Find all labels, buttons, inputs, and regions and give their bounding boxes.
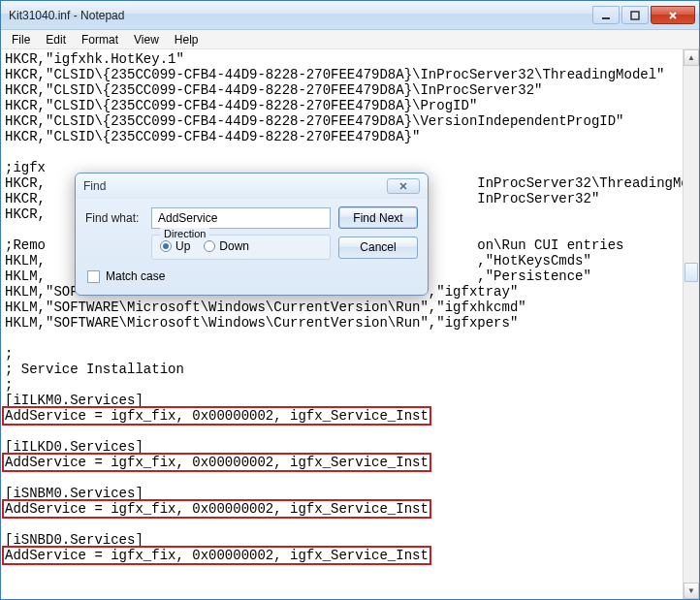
- find-what-label: Find what:: [85, 211, 143, 225]
- notepad-window: Kit31040.inf - Notepad File Edit Format …: [0, 0, 700, 600]
- highlighted-line: AddService = igfx_fix, 0x00000002, igfx_…: [2, 499, 431, 519]
- find-dialog-body: Find what: Find Next Direction Up Down C…: [76, 199, 428, 295]
- direction-up-label: Up: [175, 239, 190, 253]
- line: ,"Persistence": [477, 268, 591, 284]
- line: ,"HotKeysCmds": [477, 253, 591, 268]
- match-case-checkbox[interactable]: [87, 270, 100, 283]
- direction-group: Direction Up Down: [151, 235, 331, 260]
- line: HKLM,: [5, 253, 46, 268]
- close-icon: [398, 181, 409, 191]
- line: ;Remo: [5, 237, 46, 253]
- line: ;: [5, 377, 13, 393]
- window-buttons: [592, 6, 699, 24]
- find-dialog-title: Find: [83, 179, 387, 193]
- line: HKCR,: [5, 191, 46, 206]
- line: ; Service Installation: [5, 362, 184, 377]
- direction-down-radio[interactable]: Down: [204, 239, 249, 253]
- line: HKLM,: [5, 268, 46, 284]
- find-dialog-titlebar[interactable]: Find: [76, 174, 428, 199]
- line: HKCR,"CLSID\{235CC099-CFB4-44D9-8228-270…: [5, 113, 624, 129]
- find-dialog[interactable]: Find Find what: Find Next Direction Up D…: [75, 173, 429, 296]
- content-area: HKCR,"igfxhk.HotKey.1" HKCR,"CLSID\{235C…: [1, 49, 699, 599]
- highlighted-line: AddService = igfx_fix, 0x00000002, igfx_…: [2, 406, 431, 426]
- find-what-input[interactable]: [151, 207, 331, 229]
- menu-help[interactable]: Help: [168, 32, 206, 47]
- line: HKLM,"SOFTWARE\Microsoft\Windows\Current…: [5, 315, 518, 331]
- highlighted-line: AddService = igfx_fix, 0x00000002, igfx_…: [2, 453, 431, 472]
- minimize-button[interactable]: [592, 6, 620, 24]
- svg-rect-1: [631, 12, 639, 19]
- radio-icon: [204, 240, 215, 252]
- close-button[interactable]: [651, 6, 695, 24]
- scroll-down-button[interactable]: ▼: [684, 583, 699, 599]
- line: HKCR,"CLSID\{235CC099-CFB4-44D9-8228-270…: [5, 129, 420, 144]
- line: HKCR,: [5, 175, 46, 191]
- line: HKCR,"CLSID\{235CC099-CFB4-44D9-8228-270…: [5, 82, 543, 98]
- highlighted-line: AddService = igfx_fix, 0x00000002, igfx_…: [2, 546, 431, 565]
- svg-rect-0: [602, 17, 610, 19]
- cancel-button[interactable]: Cancel: [338, 237, 418, 259]
- line: HKCR,: [5, 206, 46, 222]
- menu-file[interactable]: File: [5, 32, 37, 47]
- menubar: File Edit Format View Help: [1, 30, 699, 49]
- line: ;: [5, 346, 13, 362]
- direction-down-label: Down: [219, 239, 249, 253]
- line: HKLM,"SOFTWARE\Microsoft\Windows\Current…: [5, 300, 526, 315]
- line: nProcServer32": [486, 191, 600, 206]
- line: HKCR,"igfxhk.HotKey.1": [5, 51, 184, 67]
- line: HKCR,"CLSID\{235CC099-CFB4-44D9-8228-270…: [5, 98, 477, 113]
- scroll-up-button[interactable]: ▲: [684, 49, 699, 66]
- menu-view[interactable]: View: [127, 32, 166, 47]
- radio-icon: [160, 240, 172, 252]
- window-title: Kit31040.inf - Notepad: [9, 9, 592, 22]
- scroll-thumb[interactable]: [684, 263, 698, 282]
- maximize-button[interactable]: [621, 6, 649, 24]
- menu-edit[interactable]: Edit: [39, 32, 73, 47]
- vertical-scrollbar[interactable]: ▲ ▼: [683, 49, 699, 599]
- direction-legend: Direction: [160, 228, 209, 239]
- titlebar[interactable]: Kit31040.inf - Notepad: [1, 1, 699, 30]
- menu-format[interactable]: Format: [75, 32, 125, 47]
- find-close-button[interactable]: [387, 178, 420, 194]
- match-case-label: Match case: [106, 269, 165, 283]
- match-case-row[interactable]: Match case: [85, 266, 331, 283]
- line: HKCR,"CLSID\{235CC099-CFB4-44D9-8228-270…: [5, 67, 665, 82]
- line: nProcServer32\ThreadingModel": [486, 175, 699, 191]
- direction-up-radio[interactable]: Up: [160, 239, 190, 253]
- text-editor[interactable]: HKCR,"igfxhk.HotKey.1" HKCR,"CLSID\{235C…: [1, 49, 699, 599]
- find-next-button[interactable]: Find Next: [338, 206, 418, 229]
- line: ;igfx: [5, 160, 46, 175]
- line: on\Run CUI entries: [477, 237, 623, 253]
